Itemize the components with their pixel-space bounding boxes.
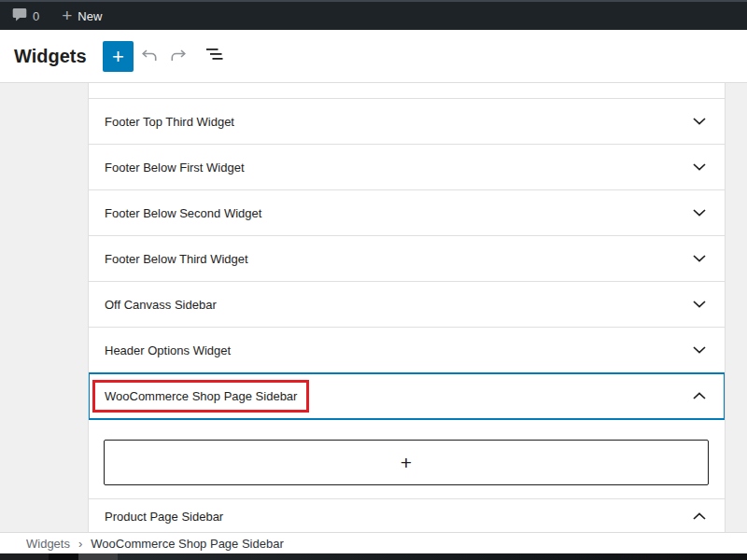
admin-bar: 0 + New [0, 0, 747, 30]
panel-partial-top [89, 83, 725, 99]
panel-footer-below-second[interactable]: Footer Below Second Widget [89, 190, 725, 236]
panel-off-canvass-sidebar[interactable]: Off Canvass Sidebar [89, 282, 725, 328]
chevron-down-icon [693, 346, 706, 354]
list-view-button[interactable] [205, 47, 226, 65]
chevron-down-icon [693, 209, 706, 217]
new-content-button[interactable]: + New [62, 7, 102, 25]
chevron-up-icon [693, 392, 706, 399]
comment-bubble-icon [12, 7, 27, 24]
chevron-down-icon [693, 163, 706, 171]
breadcrumb: Widgets › WooCommerce Shop Page Sidebar [0, 532, 747, 553]
panel-label: Footer Below Second Widget [105, 206, 261, 220]
page-title: Widgets [14, 46, 87, 67]
comment-count: 0 [33, 9, 39, 23]
panel-footer-top-third[interactable]: Footer Top Third Widget [89, 99, 725, 145]
plus-icon: + [62, 7, 72, 24]
new-label: New [78, 9, 102, 23]
breadcrumb-current: WooCommerce Shop Page Sidebar [91, 537, 283, 551]
chevron-down-icon [693, 301, 706, 308]
panel-product-page-sidebar[interactable]: Product Page Sidebar [89, 499, 725, 532]
breadcrumb-separator: › [78, 537, 82, 551]
panel-footer-below-first[interactable]: Footer Below First Widget [89, 145, 725, 190]
red-annotation-box: WooCommerce Shop Page Sidebar [92, 380, 309, 413]
taskbar-edge [0, 553, 747, 560]
chevron-up-icon [693, 512, 706, 520]
panel-label: Header Options Widget [105, 343, 231, 357]
editor-header: Widgets + [0, 30, 747, 83]
widgets-admin-page: 0 + New Widgets + [0, 0, 747, 560]
panel-footer-below-third[interactable]: Footer Below Third Widget [89, 236, 725, 282]
chevron-down-icon [693, 118, 706, 125]
breadcrumb-root-link[interactable]: Widgets [26, 537, 70, 551]
panel-label: Off Canvass Sidebar [105, 298, 217, 312]
panel-header-options[interactable]: Header Options Widget [89, 328, 725, 373]
panel-label: Footer Top Third Widget [105, 115, 234, 129]
redo-button[interactable] [170, 47, 190, 65]
panel-label: WooCommerce Shop Page Sidebar [105, 389, 297, 403]
widget-area-list: Footer Top Third Widget Footer Below Fir… [88, 83, 726, 532]
comments-button[interactable]: 0 [12, 7, 39, 24]
woocommerce-shop-sidebar-body: + [89, 419, 725, 499]
block-inserter-button[interactable]: + [103, 41, 134, 72]
panel-label: Product Page Sidebar [105, 510, 223, 524]
panel-label: Footer Below First Widget [105, 161, 245, 175]
chevron-down-icon [693, 255, 706, 262]
panel-label: Footer Below Third Widget [105, 252, 248, 266]
panel-woocommerce-shop-sidebar[interactable]: WooCommerce Shop Page Sidebar [89, 373, 725, 419]
add-block-appender[interactable]: + [104, 440, 709, 485]
undo-button[interactable] [139, 47, 160, 65]
